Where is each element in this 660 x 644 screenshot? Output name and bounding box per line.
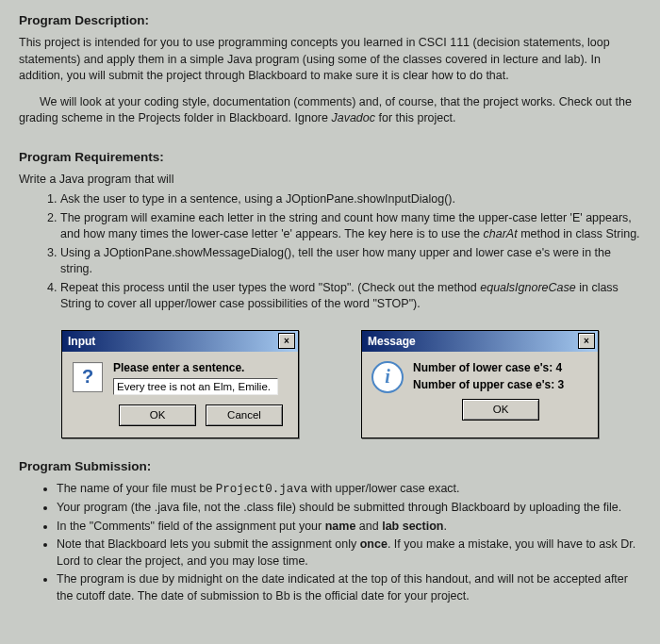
message-dialog-body: i Number of lower case e's: 4 Number of … bbox=[362, 352, 598, 432]
upper-case-count-line: Number of upper case e's: 3 bbox=[413, 378, 588, 391]
message-button-row: OK bbox=[413, 399, 588, 421]
program-description-heading: Program Description: bbox=[19, 13, 641, 27]
info-icon-glyph: i bbox=[371, 361, 404, 393]
subm3-a: In the "Comments" field of the assignmen… bbox=[57, 520, 325, 533]
ok-button[interactable]: OK bbox=[462, 399, 539, 421]
subm3-b: . bbox=[443, 520, 446, 533]
lower-case-count-line: Number of lower case e's: 4 bbox=[413, 361, 588, 374]
question-icon-glyph: ? bbox=[73, 362, 103, 392]
message-dialog-titlebar: Message × bbox=[362, 331, 598, 352]
program-requirements-heading: Program Requirements: bbox=[19, 150, 641, 164]
message-dialog: Message × i Number of lower case e's: 4 … bbox=[361, 330, 599, 438]
dialog-screenshots-row: Input × ? Please enter a sentence. OK Ca… bbox=[19, 330, 641, 438]
input-dialog: Input × ? Please enter a sentence. OK Ca… bbox=[61, 330, 299, 438]
javadoc-term: Javadoc bbox=[331, 111, 375, 124]
input-dialog-content: Please enter a sentence. OK Cancel bbox=[113, 361, 289, 426]
input-dialog-body: ? Please enter a sentence. OK Cancel bbox=[62, 352, 298, 438]
requirements-intro: Write a Java program that will bbox=[19, 172, 641, 189]
ok-button[interactable]: OK bbox=[119, 405, 196, 426]
charat-term: charAt bbox=[484, 227, 518, 240]
equalsignorecase-term: equalsIgnoreCase bbox=[480, 281, 575, 294]
close-icon[interactable]: × bbox=[278, 333, 295, 349]
input-dialog-titlebar: Input × bbox=[62, 331, 298, 352]
info-icon: i bbox=[371, 361, 404, 393]
subm3-mid: and bbox=[355, 520, 382, 533]
req4-a: Repeat this process until the user types… bbox=[60, 281, 480, 294]
requirement-2: The program will examine each letter in … bbox=[60, 210, 641, 243]
subm1-b: with upper/lower case exact. bbox=[307, 482, 459, 495]
submission-item-2: Your program (the .java file, not the .c… bbox=[57, 500, 641, 517]
filename-code: Project0.java bbox=[216, 483, 308, 496]
input-prompt-label: Please enter a sentence. bbox=[113, 361, 289, 374]
requirement-1: Ask the user to type in a sentence, usin… bbox=[60, 191, 641, 208]
submission-item-1: The name of your file must be Project0.j… bbox=[57, 481, 641, 499]
requirement-4: Repeat this process until the user types… bbox=[60, 280, 641, 313]
input-button-row: OK Cancel bbox=[113, 405, 289, 426]
description-paragraph-2: We will look at your coding style, docum… bbox=[19, 94, 641, 127]
desc2-text-a: We will look at your coding style, docum… bbox=[19, 95, 632, 125]
requirement-3: Using a JOptionPane.showMessageDialog(),… bbox=[60, 245, 641, 278]
submission-list: The name of your file must be Project0.j… bbox=[19, 481, 641, 605]
lab-section-bold: lab section bbox=[382, 520, 443, 533]
message-dialog-title: Message bbox=[368, 335, 416, 348]
subm4-a: Note that Blackboard lets you submit the… bbox=[57, 537, 360, 551]
message-dialog-content: Number of lower case e's: 4 Number of up… bbox=[413, 361, 588, 421]
program-submission-heading: Program Submission: bbox=[19, 459, 641, 473]
req2-b: method in class String. bbox=[518, 227, 640, 240]
requirements-list: Ask the user to type in a sentence, usin… bbox=[19, 191, 641, 313]
input-dialog-title: Input bbox=[68, 335, 95, 348]
submission-item-3: In the "Comments" field of the assignmen… bbox=[57, 519, 641, 536]
sentence-input[interactable] bbox=[113, 378, 278, 395]
question-icon: ? bbox=[72, 361, 104, 393]
close-icon[interactable]: × bbox=[578, 333, 595, 349]
name-bold: name bbox=[325, 520, 356, 533]
once-bold: once bbox=[360, 537, 388, 551]
cancel-button[interactable]: Cancel bbox=[206, 405, 283, 426]
desc2-text-b: for this project. bbox=[375, 111, 455, 124]
document-page: Program Description: This project is int… bbox=[0, 0, 660, 627]
submission-item-5: The program is due by midnight on the da… bbox=[57, 571, 641, 604]
submission-item-4: Note that Blackboard lets you submit the… bbox=[57, 537, 641, 570]
subm1-a: The name of your file must be bbox=[57, 482, 216, 495]
description-paragraph-1: This project is intended for you to use … bbox=[19, 35, 641, 85]
